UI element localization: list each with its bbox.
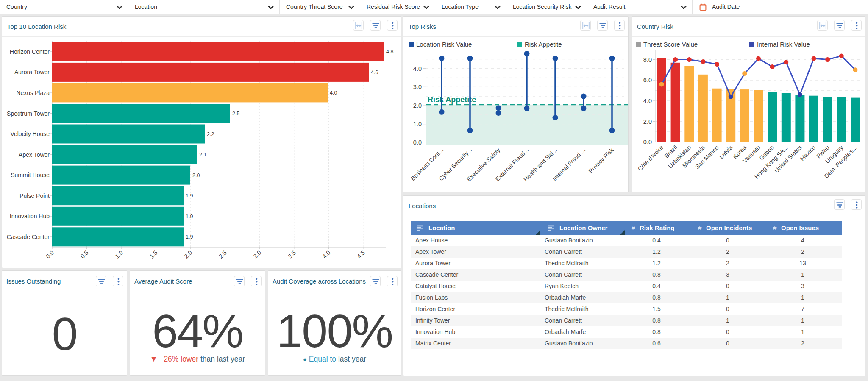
svg-text:2.0: 2.0 [183,249,193,260]
svg-text:4.6: 4.6 [371,70,378,75]
svg-text:Côte d'Ivoire: Côte d'Ivoire [637,144,665,172]
svg-text:Aurora Tower: Aurora Tower [14,69,50,75]
svg-text:Internal Risk Value: Internal Risk Value [757,41,810,48]
svg-text:2.0: 2.0 [643,118,652,125]
svg-text:Apex Tower: Apex Tower [19,151,50,158]
svg-text:3.0: 3.0 [413,83,422,90]
svg-text:1.0: 1.0 [413,121,422,128]
svg-text:2.0: 2.0 [192,172,200,178]
svg-text:Threat Score Value: Threat Score Value [643,41,698,48]
svg-text:Summit House: Summit House [11,172,50,178]
svg-text:Velocity House: Velocity House [10,131,50,137]
svg-text:1.9: 1.9 [186,214,193,220]
svg-text:1.0: 1.0 [114,249,124,260]
svg-text:4.0: 4.0 [413,65,422,72]
svg-text:Mexico: Mexico [798,144,817,162]
svg-text:2.1: 2.1 [199,152,206,158]
svg-text:0.0: 0.0 [413,139,422,146]
svg-text:2.5: 2.5 [217,249,228,260]
svg-text:2.0: 2.0 [413,102,422,109]
svg-text:2.2: 2.2 [207,131,214,137]
svg-text:1.9: 1.9 [186,234,193,240]
svg-text:3.5: 3.5 [287,249,297,260]
svg-text:Spectrum Tower: Spectrum Tower [7,110,50,117]
svg-text:0.0: 0.0 [45,249,55,260]
svg-text:Risk Appetite: Risk Appetite [428,95,476,104]
svg-text:0.5: 0.5 [79,249,90,260]
svg-text:4.0: 4.0 [643,97,652,104]
svg-text:1.9: 1.9 [186,193,193,199]
svg-text:Horizon Center: Horizon Center [10,48,50,55]
svg-text:1.5: 1.5 [148,249,159,260]
svg-text:3.0: 3.0 [252,249,262,260]
svg-text:Pulse Point: Pulse Point [19,192,50,199]
svg-text:2.5: 2.5 [232,111,239,117]
svg-text:Innovation Hub: Innovation Hub [10,213,50,220]
svg-text:Privacy Risk: Privacy Risk [587,146,615,174]
svg-text:4.0: 4.0 [330,90,337,96]
svg-text:0.0: 0.0 [643,139,652,145]
svg-text:4.5: 4.5 [356,249,366,260]
svg-text:4.8: 4.8 [386,49,393,55]
svg-text:8.0: 8.0 [643,56,652,63]
svg-text:Latvia: Latvia [718,144,734,160]
svg-text:Location Risk Value: Location Risk Value [416,41,472,48]
svg-text:Risk Appetite: Risk Appetite [525,41,562,48]
svg-text:4.0: 4.0 [321,249,331,260]
svg-text:Cascade Center: Cascade Center [7,234,50,240]
svg-text:6.0: 6.0 [643,77,652,83]
svg-text:Nexus Plaza: Nexus Plaza [16,89,50,96]
